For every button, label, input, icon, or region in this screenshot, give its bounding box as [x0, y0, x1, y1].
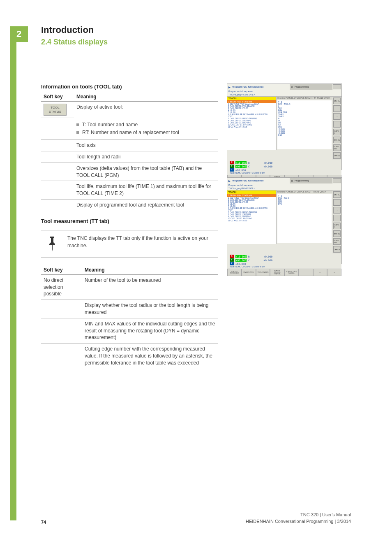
axis-c-val: +0.000 [264, 259, 273, 262]
axis-y-val: +95.000 [235, 259, 247, 262]
side-softkey[interactable]: 1 [333, 113, 341, 120]
tt-tab-table: Soft key Meaning No direct selection pos… [41, 265, 218, 369]
pushpin-icon [43, 235, 62, 253]
side-accent-bar [10, 42, 16, 520]
tt-row1: Number of the tool to be measured [82, 274, 218, 300]
side-softkey[interactable] [333, 121, 341, 128]
row2: Tool axis [74, 140, 218, 151]
info-line: DYN [278, 203, 331, 205]
row1-b2: RT: Number and name of a replacement too… [82, 129, 179, 136]
bottom-softkey[interactable] [299, 269, 313, 276]
axis-z-label: Z [230, 168, 234, 172]
row5: Tool life, maximum tool life (TIME 1) an… [74, 181, 218, 200]
ss2-bottom-softkeys: STATUS OVERVIEWSTATUS POS.TOOL STATUSSTA… [227, 269, 341, 276]
axis-y-label: Y [230, 165, 234, 168]
tt-softkey-text: No direct selection possible [41, 274, 82, 300]
side-softkey[interactable]: OFF ON [333, 137, 341, 143]
tt-tab-heading: Tool measurement (TT tab) [41, 218, 218, 224]
bottom-softkey[interactable]: STATUS POS. [242, 269, 256, 276]
tool-status-softkey[interactable]: TOOL STATUS [44, 104, 67, 116]
ss1-side-buttons: DN / S+1S100% □OFF ONF100% WWOFF ON [332, 97, 341, 160]
axis-x-val: +10.000 [235, 255, 247, 258]
side-softkey[interactable]: F100% WW [333, 238, 341, 245]
ss2-title-right: Programming [294, 179, 309, 182]
ss1-path: TNC:\nc_prog\PGM\STAT1.H [227, 93, 341, 97]
tool-tab-heading: Information on tools (TOOL tab) [41, 84, 218, 90]
side-softkey[interactable]: OFF ON [333, 230, 341, 237]
ss2-orange: 0 BEGIN PGM STAT1 MM [227, 194, 276, 197]
axis-x-label: X [230, 255, 234, 258]
side-softkey[interactable] [333, 199, 341, 206]
ss1-program: *STAT1.H 0 BEGIN PGM STAT1 MM 1 SEL TABL… [227, 97, 277, 150]
page-number: 74 [41, 520, 46, 525]
col-meaning: Meaning [74, 92, 218, 102]
ss2-yellow: *STAT1.H [227, 190, 276, 194]
gear-icon: ⚙ [291, 179, 293, 182]
ss-header-btn[interactable] [333, 84, 341, 89]
side-softkey[interactable] [333, 215, 341, 221]
side-softkey[interactable]: OFF ON [333, 246, 341, 253]
ss1-yellow: *STAT1.H [227, 97, 276, 100]
tt-row4: Cutting edge number with the correspondi… [82, 344, 218, 369]
bottom-softkey[interactable]: ⇒ [327, 269, 341, 276]
tt-row3: MIN and MAX values of the individual cut… [82, 318, 218, 343]
gear-icon: ⚙ [291, 86, 293, 88]
ss1-title-right: Programming [294, 86, 309, 88]
program-line: 11 CC X+22.5 Y+35.75 [227, 220, 276, 222]
col-softkey: Soft key [41, 92, 74, 102]
ss2-title-left: Program run, full sequence [232, 179, 264, 182]
bottom-softkey[interactable]: STATUS OVERVIEW [227, 269, 242, 276]
info-line: 0:12 [278, 134, 331, 136]
axis-c-val: +0.000 [264, 165, 273, 168]
bottom-softkey[interactable]: ⇐ [313, 269, 327, 276]
footer-line1: TNC 320 | User's Manual [246, 512, 351, 518]
side-softkey[interactable]: DN / S+ [333, 191, 341, 198]
play-icon: ▶ [228, 86, 231, 88]
axis-b-val: +0.000 [264, 161, 273, 164]
ss1-subtitle: Program run full sequence [227, 90, 341, 93]
side-softkey[interactable]: F100% WW [333, 144, 341, 151]
page-footer: 74 TNC 320 | User's Manual HEIDENHAIN Co… [41, 512, 351, 525]
side-softkey[interactable]: S100% □ [333, 223, 341, 229]
cnc-screenshot-tt: ▶Program run, full sequence ⚙Programming… [227, 177, 342, 264]
program-line: 11 CC X+22.5 Y+35.75 [227, 126, 276, 128]
side-softkey[interactable] [333, 105, 341, 112]
axis-z-val: +10.000 [235, 262, 246, 265]
ss2-axes: X+10.000 B+0.000 Y+95.000 C+0.000 Z+10.0… [227, 253, 341, 269]
col-softkey: Soft key [41, 265, 82, 275]
ss2-subtitle: Program run full sequence [227, 183, 341, 187]
footer-line2: HEIDENHAIN Conversational Programming | … [246, 518, 351, 525]
ss1-title-left: Program run, full sequence [232, 86, 264, 88]
side-softkey[interactable]: OFF ON [333, 152, 341, 159]
chapter-tab: 2 [10, 26, 28, 42]
side-softkey[interactable]: S100% □ [333, 129, 341, 135]
chapter-title: Introduction [41, 25, 351, 35]
row1-intro: Display of active tool: [76, 104, 215, 111]
row4: Oversizes (delta values) from the tool t… [74, 163, 218, 181]
bottom-softkey[interactable]: TOOL STATUS [256, 269, 270, 276]
axis-x-val: +10.000 [235, 161, 247, 164]
bottom-softkey[interactable]: STATUS OF Q PARAM. [284, 269, 299, 276]
play-icon: ▶ [228, 179, 231, 182]
axis-z-label: Z [230, 262, 234, 265]
cnc-screenshot-tool: ▶Program run, full sequence ⚙Programming… [227, 84, 342, 170]
axis-z-val: +10.000 [235, 169, 246, 172]
ss1-axes: X+10.000 B+0.000 Y+95.000 C+0.000 Z+10.0… [227, 160, 341, 175]
bullet-icon [76, 131, 79, 134]
col-meaning: Meaning [82, 265, 218, 275]
side-softkey[interactable]: 1 [333, 207, 341, 214]
ss2-side-buttons: DN / S+1S100% □OFF ONF100% WWOFF ON [332, 190, 341, 253]
side-softkey[interactable]: DN / S+ [333, 98, 341, 104]
ss2-program: *STAT1.H 0 BEGIN PGM STAT1 MM 1 SEL TABL… [227, 190, 277, 244]
ss2-tabs[interactable]: Overview PGM LBL CYC M POS TOOL TT TRANS… [277, 190, 332, 193]
ss-header-btn[interactable] [333, 178, 341, 183]
bottom-softkey[interactable]: STATUS COORD. TRANSF. [270, 269, 284, 276]
axis-y-label: Y [230, 258, 234, 262]
tool-tab-table: Soft key Meaning TOOL STATUS Display of … [41, 92, 218, 211]
section-title: 2.4 Status displays [41, 38, 351, 46]
axis-x-label: X [230, 161, 234, 164]
note-box: The TNC displays the TT tab only if the … [41, 230, 218, 258]
row1-b1: T: Tool number and name [82, 121, 138, 128]
ss1-tabs[interactable]: Overview PGM LBL CYC M POS TOOL >>> TT T… [277, 97, 332, 100]
note-text: The TNC displays the TT tab only if the … [67, 235, 216, 249]
